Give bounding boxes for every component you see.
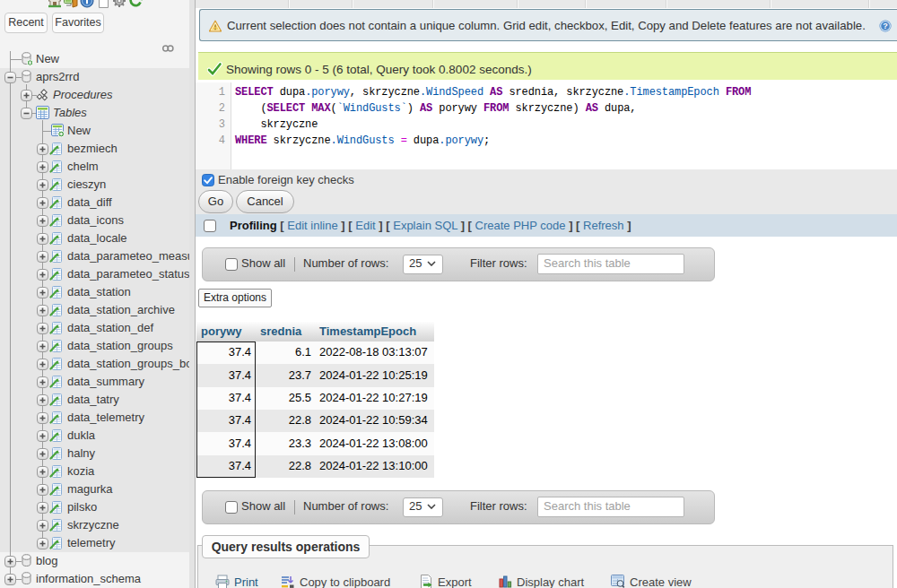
svg-text:?: ?: [883, 22, 888, 30]
